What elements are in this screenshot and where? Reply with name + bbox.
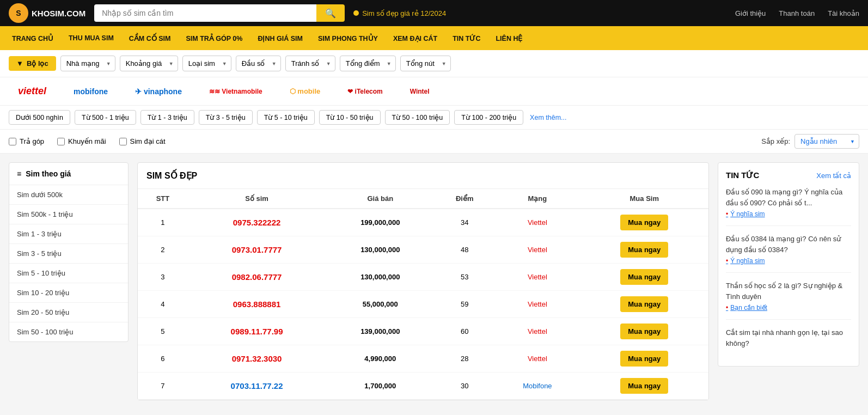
- news-see-all[interactable]: Xem tất cả: [816, 172, 851, 180]
- cell-mua-sim: Mua ngay: [580, 209, 708, 236]
- nav-tra-gop[interactable]: SIM TRẢ GÓP 0%: [178, 26, 250, 50]
- nav-dinh-gia[interactable]: ĐỊNH GIÁ SIM: [250, 26, 310, 50]
- price-10m-50m[interactable]: Từ 10 - 50 triệu: [319, 110, 381, 125]
- logo[interactable]: S KHOSIM.COM: [9, 3, 85, 23]
- network-wintel[interactable]: Wintel: [401, 85, 439, 98]
- sort-select[interactable]: Ngẫu nhiên Giá tăng dần Giá giảm dần: [794, 134, 859, 149]
- news-item-text: Đầu số 090 là mạng gì? Ý nghĩa của đầu s…: [726, 187, 851, 208]
- vinaphone-logo: ✈ vinaphone: [135, 87, 182, 96]
- buy-button[interactable]: Mua ngay: [620, 296, 668, 312]
- main-content: ≡ Sim theo giá Sim dưới 500k Sim 500k - …: [0, 154, 868, 409]
- buy-button[interactable]: Mua ngay: [620, 324, 668, 339]
- news-item-link[interactable]: •Ý nghĩa sim: [726, 210, 851, 218]
- nav-lien-he[interactable]: LIÊN HỆ: [488, 26, 530, 50]
- sort-section: Sắp xếp: Ngẫu nhiên Giá tăng dần Giá giả…: [761, 134, 859, 149]
- checkbox-tra-gop-input[interactable]: [9, 138, 16, 145]
- dau-so-wrap: Đầu số: [236, 56, 281, 71]
- price-row: Dưới 500 nghìn Từ 500 - 1 triệu Từ 1 - 3…: [0, 106, 868, 130]
- nav-phong-thuy[interactable]: SIM PHONG THỦY: [310, 26, 386, 50]
- network-mobifone[interactable]: mobifone: [64, 84, 117, 99]
- cell-diem: 28: [435, 345, 494, 373]
- nav-account[interactable]: Tài khoản: [828, 9, 859, 17]
- sidebar-item-10m-20m[interactable]: Sim 10 - 20 triệu: [9, 283, 128, 303]
- buy-button[interactable]: Mua ngay: [620, 242, 668, 258]
- checkbox-khuyen-mai-input[interactable]: [57, 138, 65, 145]
- tong-diem-select[interactable]: Tổng điểm: [340, 56, 396, 71]
- table-row: 4 0963.888881 55,000,000 59 Viettel Mua …: [138, 291, 708, 318]
- search-button[interactable]: 🔍: [316, 4, 345, 22]
- cell-so-sim: 0989.11.77.99: [188, 318, 326, 345]
- price-5m-10m[interactable]: Từ 5 - 10 triệu: [257, 110, 315, 125]
- checkbox-tra-gop[interactable]: Trả góp: [9, 137, 44, 145]
- cell-gia-ban: 139,000,000: [326, 318, 435, 345]
- sidebar-item-3m-5m[interactable]: Sim 3 - 5 triệu: [9, 244, 128, 264]
- cell-diem: 53: [435, 264, 494, 291]
- sidebar-item-20m-50m[interactable]: Sim 20 - 50 triệu: [9, 303, 128, 322]
- sidebar-item-under-500k[interactable]: Sim dưới 500k: [9, 185, 128, 205]
- nav-cam-co-sim[interactable]: CẦM CỐ SIM: [121, 26, 179, 50]
- news-item-link[interactable]: •Bạn cần biết: [726, 304, 851, 312]
- price-500k-1m[interactable]: Từ 500 - 1 triệu: [75, 110, 136, 125]
- network-vinaphone[interactable]: ✈ vinaphone: [126, 84, 191, 99]
- nav-tin-tuc[interactable]: TIN TỨC: [445, 26, 488, 50]
- loai-sim-select[interactable]: Loại sim: [182, 56, 231, 71]
- promo-dot: [353, 10, 359, 16]
- price-3m-5m[interactable]: Từ 3 - 5 triệu: [199, 110, 253, 125]
- header-nav: Giới thiệu Thanh toán Tài khoản: [735, 9, 859, 17]
- tong-diem-wrap: Tổng điểm: [340, 56, 396, 71]
- cell-stt: 2: [138, 236, 188, 264]
- buy-button[interactable]: Mua ngay: [620, 269, 668, 285]
- nav-intro[interactable]: Giới thiệu: [735, 9, 766, 17]
- cell-gia-ban: 130,000,000: [326, 236, 435, 264]
- network-itelecom[interactable]: ❤ iTelecom: [338, 85, 392, 98]
- sidebar-item-50m-100m[interactable]: Sim 50 - 100 triệu: [9, 322, 128, 341]
- khoang-gia-select[interactable]: Khoảng giá: [120, 56, 178, 71]
- logo-text: KHOSIM.COM: [32, 9, 85, 18]
- network-vietnamobile[interactable]: ≋≋ Vietnamobile: [200, 85, 272, 98]
- price-see-more[interactable]: Xem thêm...: [530, 114, 566, 121]
- nha-mang-select[interactable]: Nhà mạng: [60, 56, 115, 71]
- table-row: 3 0982.06.7777 130,000,000 53 Viettel Mu…: [138, 264, 708, 291]
- tong-nut-select[interactable]: Tổng nút: [400, 56, 451, 71]
- sidebar-item-1m-3m[interactable]: Sim 1 - 3 triệu: [9, 224, 128, 244]
- cell-so-sim: 0973.01.7777: [188, 236, 326, 264]
- gmobile-logo: ⬡ mobile: [290, 87, 321, 95]
- network-gmobile[interactable]: ⬡ mobile: [280, 84, 330, 98]
- checkbox-dai-cat[interactable]: Sim đại cát: [119, 137, 166, 145]
- price-50m-100m[interactable]: Từ 50 - 100 triệu: [385, 110, 450, 125]
- col-gia-ban: Giá bán: [326, 189, 435, 209]
- sidebar-item-5m-10m[interactable]: Sim 5 - 10 triệu: [9, 264, 128, 283]
- checkbox-dai-cat-input[interactable]: [119, 138, 127, 145]
- news-list: Đầu số 090 là mạng gì? Ý nghĩa của đầu s…: [726, 187, 851, 358]
- network-viettel[interactable]: viettel: [9, 83, 56, 100]
- cell-so-sim: 0971.32.3030: [188, 345, 326, 373]
- sidebar-title: ≡ Sim theo giá: [9, 163, 128, 185]
- col-mang: Mạng: [494, 189, 580, 209]
- nav-home[interactable]: TRANG CHỦ: [4, 26, 61, 50]
- cell-stt: 6: [138, 345, 188, 373]
- nav-payment[interactable]: Thanh toán: [779, 9, 815, 17]
- news-item-link[interactable]: •Ý nghĩa sim: [726, 257, 851, 265]
- price-1m-3m[interactable]: Từ 1 - 3 triệu: [140, 110, 194, 125]
- checkbox-khuyen-mai[interactable]: Khuyến mãi: [57, 137, 106, 145]
- cell-stt: 4: [138, 291, 188, 318]
- cell-stt: 1: [138, 209, 188, 236]
- dau-so-select[interactable]: Đầu số: [236, 56, 281, 71]
- checkbox-khuyen-mai-label: Khuyến mãi: [68, 137, 106, 145]
- buy-button[interactable]: Mua ngay: [620, 215, 668, 230]
- cell-mua-sim: Mua ngay: [580, 264, 708, 291]
- search-input[interactable]: [94, 4, 316, 22]
- buy-button[interactable]: Mua ngay: [620, 378, 668, 394]
- buy-button[interactable]: Mua ngay: [620, 351, 668, 367]
- nav-buy-sim[interactable]: THU MUA SIM: [61, 26, 121, 50]
- price-under-500k[interactable]: Dưới 500 nghìn: [9, 110, 70, 125]
- filter-row: ▼ Bộ lọc Nhà mạng Khoảng giá Loại sim Đầ…: [0, 50, 868, 77]
- price-100m-200m[interactable]: Từ 100 - 200 triệu: [454, 110, 523, 125]
- logo-icon: S: [9, 3, 28, 23]
- nav-dai-cat[interactable]: XEM ĐẠI CÁT: [386, 26, 445, 50]
- sidebar-item-500k-1m[interactable]: Sim 500k - 1 triệu: [9, 205, 128, 224]
- cell-gia-ban: 55,000,000: [326, 291, 435, 318]
- cell-mua-sim: Mua ngay: [580, 236, 708, 264]
- tranh-so-select[interactable]: Tránh số: [285, 56, 335, 71]
- options-row: Trả góp Khuyến mãi Sim đại cát Sắp xếp: …: [0, 130, 868, 154]
